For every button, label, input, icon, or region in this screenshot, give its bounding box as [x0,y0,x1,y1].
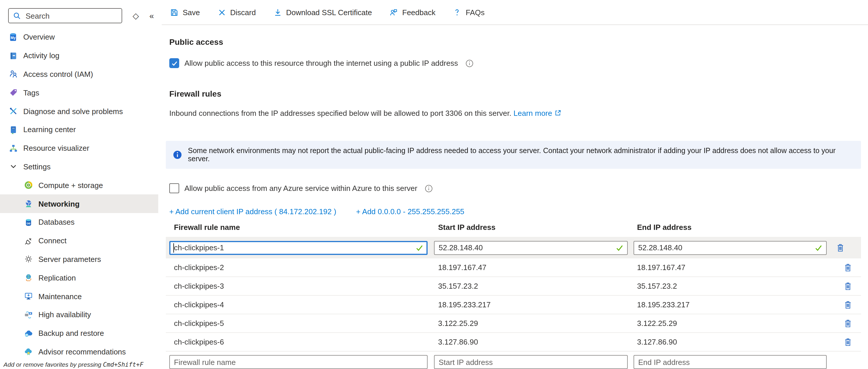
rule-name-cell: ch-clickpipes-3 [169,282,434,290]
delete-rule-button[interactable] [842,261,854,274]
banner-info-icon [173,150,182,159]
table-row-new [169,354,868,369]
valid-check-icon [616,244,624,252]
resource-menu: ◇ « My Overview Activity log Access cont… [0,0,158,369]
rule-name-input-wrapper [169,241,428,255]
public-access-checkbox[interactable] [169,58,179,68]
table-row: ch-clickpipes-4 18.195.233.217 18.195.23… [166,296,861,314]
faqs-button[interactable]: FAQs [453,8,485,17]
faqs-icon [453,8,462,17]
public-access-label: Allow public access to this resource thr… [184,59,458,67]
new-end-ip-input[interactable] [633,355,827,369]
start-ip-cell: 3.127.86.90 [434,338,633,346]
networking-icon [23,199,33,209]
learn-more-link[interactable]: Learn more [514,109,552,118]
sidebar-item-replication[interactable]: Replication [0,269,158,287]
connect-icon [23,236,33,246]
end-ip-input[interactable] [633,241,827,255]
add-all-ips-link[interactable]: + Add 0.0.0.0 - 255.255.255.255 [356,207,464,216]
delete-rule-button[interactable] [842,280,854,293]
new-rule-name-input[interactable] [169,355,428,369]
end-ip-cell: 3.127.86.90 [633,338,834,346]
delete-rule-button[interactable] [842,317,854,330]
column-header-start-ip: Start IP address [434,223,633,232]
collapse-sidebar-icon[interactable]: « [150,12,154,20]
azure-services-label: Allow public access from any Azure servi… [184,184,417,193]
info-banner: Some network environments may not report… [166,141,861,169]
mysql-server-icon: My [8,32,18,42]
azure-services-checkbox[interactable] [169,183,179,193]
svg-text:DB: DB [27,222,30,225]
command-bar: Save Discard Download SSL Certificate Fe… [162,0,868,25]
sidebar-search-row: ◇ « [8,8,152,23]
search-box[interactable] [8,8,122,23]
sidebar-item-diagnose[interactable]: Diagnose and solve problems [0,102,158,121]
search-input[interactable] [25,11,118,21]
download-ssl-certificate-button[interactable]: Download SSL Certificate [273,8,372,17]
table-header-row: Firewall rule name Start IP address End … [169,223,868,232]
resource-visualizer-icon [8,143,18,153]
access-control-icon [8,69,18,79]
discard-button[interactable]: Discard [217,8,256,17]
sidebar-item-compute-storage[interactable]: $ Compute + storage [0,176,158,195]
diagnose-icon [8,106,18,116]
column-header-end-ip: End IP address [633,223,691,232]
info-icon[interactable] [465,59,473,67]
save-button[interactable]: Save [170,8,200,17]
sidebar-item-tags[interactable]: Tags [0,84,158,102]
delete-rule-button[interactable] [834,241,846,254]
advisor-icon [23,347,33,357]
new-start-ip-wrapper [434,355,628,369]
end-ip-cell: 3.122.25.29 [633,319,834,328]
sidebar-item-connect[interactable]: Connect [0,232,158,250]
table-row: ch-clickpipes-5 3.122.25.29 3.122.25.29 [166,314,861,333]
save-icon [170,8,179,17]
start-ip-input[interactable] [434,241,628,255]
sidebar-item-activity-log[interactable]: Activity log [0,47,158,65]
sidebar-item-high-availability[interactable]: High availability [0,306,158,324]
azure-services-row: Allow public access from any Azure servi… [169,183,868,193]
end-ip-cell: 35.157.23.2 [633,282,834,290]
svg-text:My: My [11,36,16,40]
sidebar-item-overview[interactable]: My Overview [0,28,158,47]
sidebar-group-settings[interactable]: Settings [0,157,158,176]
sidebar-item-server-parameters[interactable]: Server parameters [0,250,158,269]
text-cursor [174,243,174,252]
delete-rule-button[interactable] [842,336,854,348]
start-ip-input-wrapper [434,241,628,255]
external-link-icon [554,110,561,116]
trash-icon [843,319,852,328]
trash-icon [836,243,844,252]
rule-name-input[interactable] [169,241,428,255]
sidebar-item-access-control[interactable]: Access control (IAM) [0,65,158,84]
svg-text:$: $ [28,184,29,187]
resource-menu-list: My Overview Activity log Access control … [0,28,158,361]
activity-log-icon [8,51,18,61]
rule-name-cell: ch-clickpipes-4 [169,300,434,309]
feedback-icon [390,8,398,17]
add-rule-links: + Add current client IP address ( 84.172… [169,207,868,216]
new-start-ip-input[interactable] [434,355,628,369]
add-current-client-ip-link[interactable]: + Add current client IP address ( 84.172… [169,207,336,216]
info-icon[interactable] [425,184,433,192]
column-header-rule-name: Firewall rule name [169,223,434,232]
rule-name-cell: ch-clickpipes-2 [169,263,434,272]
sidebar-item-learning-center[interactable]: 101 Learning center [0,121,158,139]
table-row: ch-clickpipes-6 3.127.86.90 3.127.86.90 [166,333,861,351]
sidebar-item-databases[interactable]: DB Databases [0,213,158,232]
trash-icon [843,300,852,309]
sidebar-item-resource-visualizer[interactable]: Resource visualizer [0,139,158,158]
sidebar-item-backup-restore[interactable]: Backup and restore [0,324,158,343]
table-row-editing [166,237,861,258]
sidebar-item-advisor[interactable]: Advisor recommendations [0,342,158,361]
sidebar-item-networking[interactable]: Networking [0,194,158,213]
start-ip-cell: 3.122.25.29 [434,319,633,328]
discard-icon [217,8,226,17]
sidebar-item-maintenance[interactable]: Maintenance [0,287,158,306]
new-rule-name-wrapper [169,355,428,369]
table-row: ch-clickpipes-2 18.197.167.47 18.197.167… [166,258,861,277]
firewall-description: Inbound connections from the IP addresse… [169,109,868,118]
diamond-icon[interactable]: ◇ [133,12,139,20]
delete-rule-button[interactable] [842,298,854,311]
feedback-button[interactable]: Feedback [390,8,435,17]
